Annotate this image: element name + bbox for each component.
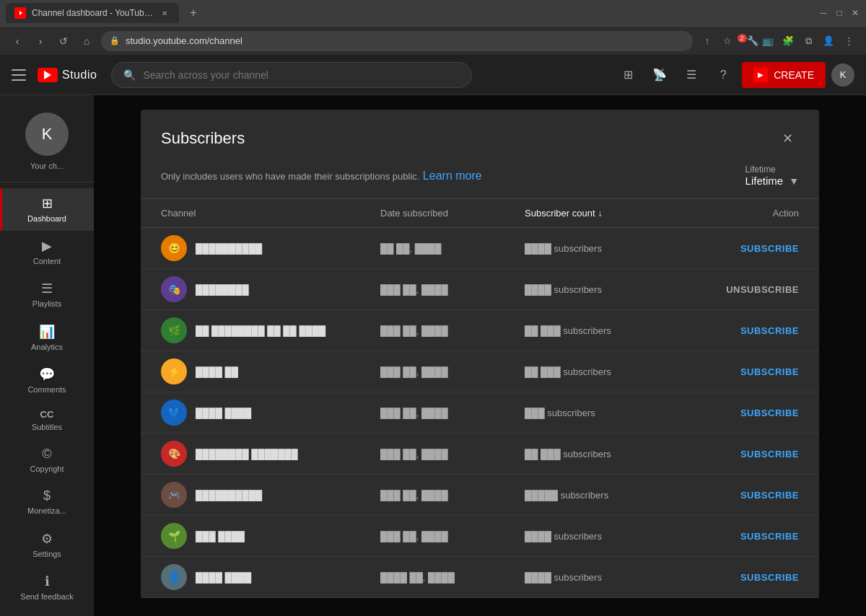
search-input[interactable]	[143, 69, 460, 81]
profile-icon[interactable]: 👤	[820, 32, 837, 50]
date-cell: ███ ██, ████	[380, 408, 525, 418]
close-window-icon[interactable]: ✕	[850, 8, 860, 18]
subscribe-button[interactable]: SUBSCRIBE	[740, 366, 799, 377]
sidebar-label-content: Content	[33, 257, 61, 266]
sidebar-item-dashboard[interactable]: ⊞ Dashboard	[0, 188, 94, 231]
maximize-icon[interactable]: □	[834, 8, 844, 18]
forward-button[interactable]: ›	[32, 32, 49, 50]
studio-label: Studio	[62, 69, 97, 82]
action-cell: SUBSCRIBE	[683, 449, 799, 459]
minimize-icon[interactable]: ─	[818, 8, 828, 18]
address-text: studio.youtube.com/channel	[126, 35, 684, 46]
column-header-date: Date subscribed	[380, 208, 525, 219]
modal-close-button[interactable]: ✕	[776, 127, 799, 150]
sidebar-item-playlists[interactable]: ☰ Playlists	[0, 273, 94, 316]
channel-avatar: 💙	[161, 400, 187, 426]
channel-name: ████████	[196, 284, 249, 295]
sidebar-item-comments[interactable]: 💬 Comments	[0, 359, 94, 402]
user-avatar[interactable]: K	[831, 63, 854, 87]
profile-avatar[interactable]: K	[25, 113, 69, 156]
date-cell: ███ ██, ████	[380, 284, 525, 295]
sidebar-label-dashboard: Dashboard	[27, 214, 66, 224]
browser-chrome: Channel dashboard - YouTube S... ✕ + ─ □…	[0, 0, 866, 55]
sidebar-label-comments: Comments	[27, 385, 66, 395]
channel-avatar: 🎭	[161, 276, 187, 302]
refresh-button[interactable]: ↺	[55, 32, 72, 50]
action-cell: SUBSCRIBE	[683, 408, 799, 418]
window-icon[interactable]: ⧉	[800, 32, 817, 50]
column-header-count[interactable]: Subscriber count ↓	[525, 208, 683, 219]
date-cell: ████ ██, ████	[380, 572, 525, 583]
subscribe-button[interactable]: SUBSCRIBE	[740, 449, 799, 459]
search-bar[interactable]: 🔍	[111, 62, 472, 88]
table-header: Channel Date subscribed Subscriber count…	[141, 199, 819, 228]
count-cell: ██ ███ subscribers	[525, 449, 683, 459]
lifetime-label: Lifetime	[745, 164, 799, 175]
sidebar-item-feedback[interactable]: ℹ Send feedback	[0, 566, 94, 609]
back-button[interactable]: ‹	[9, 32, 26, 50]
table-row: 😊 ██████████ ██ ██, ████ ████ subscriber…	[141, 228, 819, 269]
channel-cell: ⚡ ████ ██	[161, 358, 380, 384]
hamburger-menu-icon[interactable]	[12, 66, 29, 84]
table-row: 🎭 ████████ ███ ██, ████ ████ subscribers…	[141, 269, 819, 310]
date-cell: ███ ██, ████	[380, 531, 525, 542]
sidebar-item-settings[interactable]: ⚙ Settings	[0, 524, 94, 566]
channel-name: ████████ ███████	[196, 449, 298, 459]
puzzle-icon[interactable]: 🧩	[779, 32, 797, 50]
sidebar-label-monetization: Monetiza...	[27, 506, 66, 516]
share-icon[interactable]: ↑	[699, 32, 716, 50]
lifetime-selector[interactable]: Lifetime Lifetime ▼	[745, 164, 799, 187]
sidebar: K Your ch... ⊞ Dashboard ▶ Content ☰ Pla…	[0, 95, 94, 616]
subscribe-button[interactable]: SUBSCRIBE	[740, 325, 799, 336]
channel-name: ██████████	[196, 490, 262, 501]
column-header-channel: Channel	[161, 208, 380, 219]
date-cell: ███ ██, ████	[380, 449, 525, 459]
help-icon[interactable]: ?	[710, 62, 736, 88]
dropdown-arrow-icon[interactable]: ▼	[789, 175, 799, 187]
sidebar-item-subtitles[interactable]: CC Subtitles	[0, 402, 94, 439]
lifetime-value: Lifetime	[745, 175, 784, 187]
table-row: 🌿 ██ ████████ ██ ██ ████ ███ ██, ████ ██…	[141, 310, 819, 351]
grid-icon[interactable]: ⊞	[615, 62, 641, 88]
address-bar[interactable]: 🔒 studio.youtube.com/channel	[101, 31, 693, 51]
youtube-logo[interactable]: Studio	[38, 68, 97, 82]
learn-more-link[interactable]: Learn more	[423, 170, 482, 182]
subscribe-button[interactable]: SUBSCRIBE	[740, 243, 799, 254]
sidebar-label-settings: Settings	[32, 550, 61, 559]
subscribe-button[interactable]: SUBSCRIBE	[740, 531, 799, 542]
tab-close-icon[interactable]: ✕	[159, 7, 170, 19]
analytics-icon: 📊	[39, 324, 55, 340]
content-icon: ▶	[42, 238, 52, 254]
sidebar-item-copyright[interactable]: © Copyright	[0, 439, 94, 481]
browser-tab[interactable]: Channel dashboard - YouTube S... ✕	[6, 3, 179, 23]
app-container: Studio 🔍 ⊞ 📡 ☰ ? ▶ CREATE K K Your ch...	[0, 55, 866, 616]
menu-dots-icon[interactable]: ⋮	[840, 32, 857, 50]
extension-icon[interactable]: 2 🔧	[739, 32, 756, 50]
modal-overlay[interactable]: Subscribers ✕ Only includes users who ha…	[94, 95, 866, 616]
table-body: 😊 ██████████ ██ ██, ████ ████ subscriber…	[141, 228, 819, 598]
create-label: CREATE	[774, 69, 814, 81]
home-button[interactable]: ⌂	[78, 32, 95, 50]
cast-icon[interactable]: 📺	[759, 32, 777, 50]
broadcast-icon[interactable]: 📡	[647, 62, 673, 88]
sidebar-item-analytics[interactable]: 📊 Analytics	[0, 317, 94, 359]
new-tab-button[interactable]: +	[185, 4, 202, 22]
bookmark-icon[interactable]: ☆	[719, 32, 736, 50]
count-cell: ██ ███ subscribers	[525, 366, 683, 377]
menu-icon[interactable]: ☰	[678, 62, 704, 88]
subscribe-button[interactable]: SUBSCRIBE	[740, 572, 799, 583]
channel-name: ███ ████	[196, 531, 245, 542]
subscribe-button[interactable]: SUBSCRIBE	[740, 490, 799, 501]
modal-subheader: Only includes users who have made their …	[141, 159, 819, 199]
sidebar-item-monetization[interactable]: $ Monetiza...	[0, 481, 94, 523]
channel-cell: 🎮 ██████████	[161, 482, 380, 508]
subscribe-button[interactable]: SUBSCRIBE	[740, 408, 799, 418]
channel-name: ██████████	[196, 243, 262, 254]
table-row: 🎮 ██████████ ███ ██, ████ █████ subscrib…	[141, 475, 819, 516]
count-cell: ████ subscribers	[525, 572, 683, 583]
date-cell: ██ ██, ████	[380, 243, 525, 254]
window-controls: ─ □ ✕	[818, 8, 860, 18]
create-button[interactable]: ▶ CREATE	[742, 62, 826, 88]
unsubscribe-button[interactable]: UNSUBSCRIBE	[726, 284, 799, 295]
sidebar-item-content[interactable]: ▶ Content	[0, 231, 94, 273]
